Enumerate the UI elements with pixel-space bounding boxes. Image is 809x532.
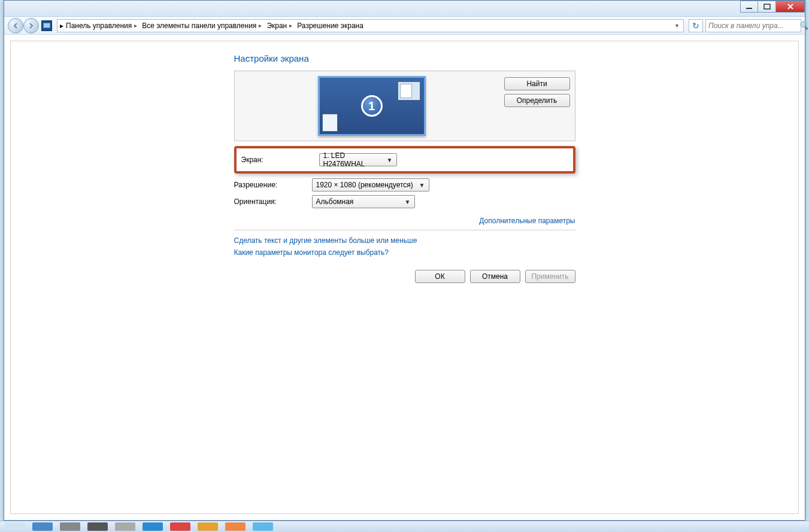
breadcrumb-label: Все элементы панели управления [142, 22, 256, 30]
taskbar-item[interactable] [198, 522, 218, 531]
screen-value: 1. LED H2476WHAL [323, 151, 387, 168]
taskbar-item[interactable] [253, 522, 273, 531]
taskbar-item[interactable] [32, 522, 53, 531]
screen-select[interactable]: 1. LED H2476WHAL ▼ [319, 153, 397, 166]
resolution-row: Разрешение: 1920 × 1080 (рекомендуется) … [234, 178, 575, 191]
svg-rect-1 [764, 4, 770, 9]
forward-button[interactable] [23, 18, 39, 34]
highlighted-region: Экран: 1. LED H2476WHAL ▼ [234, 146, 575, 174]
orientation-value: Альбомная [316, 197, 354, 206]
resolution-select[interactable]: 1920 × 1080 (рекомендуется) ▼ [312, 178, 429, 191]
breadcrumb-label: Панель управления [66, 22, 132, 30]
ok-button[interactable]: ОК [415, 270, 465, 283]
cancel-button[interactable]: Отмена [470, 270, 520, 283]
inner-frame: Настройки экрана 1 Найти Определить [10, 41, 799, 514]
find-button[interactable]: Найти [504, 77, 570, 90]
taskbar-item[interactable] [115, 522, 135, 531]
refresh-icon: ↻ [692, 21, 699, 31]
minimize-button[interactable] [740, 1, 758, 13]
refresh-button[interactable]: ↻ [689, 19, 703, 32]
orientation-row: Ориентация: Альбомная ▼ [234, 195, 575, 208]
titlebar [4, 1, 805, 17]
taskbar-item[interactable] [143, 522, 163, 531]
chevron-right-icon: ▸ [289, 22, 292, 29]
window-controls [740, 1, 805, 13]
window: ▸ Панель управления ▸ Все элементы панел… [4, 0, 805, 521]
identify-button[interactable]: Определить [504, 94, 570, 107]
breadcrumb-label: Экран [266, 22, 287, 30]
back-button[interactable] [8, 18, 23, 34]
resolution-value: 1920 × 1080 (рекомендуется) [316, 181, 413, 189]
taskbar[interactable] [0, 521, 809, 532]
taskbar-item[interactable] [170, 522, 190, 531]
search-input[interactable] [708, 22, 799, 30]
maximize-button[interactable] [758, 1, 776, 13]
screen-label: Экран: [241, 156, 319, 164]
nav-arrows [8, 18, 39, 34]
mini-window-icon [322, 114, 338, 132]
search-box[interactable]: 🔍 [705, 19, 801, 32]
taskbar-item[interactable] [87, 522, 108, 531]
mini-window-icon [398, 81, 420, 101]
monitor-number-badge: 1 [361, 95, 383, 117]
separator [234, 230, 575, 230]
dialog-buttons: ОК Отмена Применить [234, 270, 575, 283]
orientation-select[interactable]: Альбомная ▼ [312, 195, 415, 208]
chevron-down-icon: ▼ [419, 182, 425, 189]
screen-row: Экран: 1. LED H2476WHAL ▼ [241, 153, 568, 166]
breadcrumb-item[interactable]: Разрешение экрана [295, 22, 366, 30]
preview-buttons: Найти Определить [504, 75, 570, 137]
breadcrumb[interactable]: ▸ Панель управления ▸ Все элементы панел… [57, 19, 684, 32]
advanced-link-row: Дополнительные параметры [234, 217, 575, 225]
orientation-label: Ориентация: [234, 197, 312, 206]
navigation-bar: ▸ Панель управления ▸ Все элементы панел… [4, 17, 805, 35]
svg-rect-0 [746, 8, 752, 9]
chevron-right-icon: ▸ [134, 22, 137, 29]
which-settings-link[interactable]: Какие параметры монитора следует выбрать… [234, 248, 575, 257]
taskbar-item[interactable] [225, 522, 246, 531]
breadcrumb-item[interactable]: Экран ▸ [264, 22, 295, 30]
chevron-down-icon: ▼ [387, 157, 393, 163]
advanced-settings-link[interactable]: Дополнительные параметры [479, 217, 575, 225]
monitor-thumbnail[interactable]: 1 [318, 76, 426, 136]
breadcrumb-dropdown[interactable]: ▾ [673, 22, 681, 29]
breadcrumb-item[interactable]: Панель управления ▸ [63, 22, 140, 30]
chevron-right-icon: ▸ [259, 22, 262, 29]
page-title: Настройки экрана [234, 53, 575, 63]
close-button[interactable] [776, 1, 805, 13]
breadcrumb-label: Разрешение экрана [297, 22, 363, 30]
taskbar-item[interactable] [60, 522, 80, 531]
resolution-label: Разрешение: [234, 181, 312, 189]
help-links: Сделать текст и другие элементы больше и… [234, 236, 575, 257]
taskbar-item[interactable] [5, 522, 25, 531]
chevron-down-icon: ▼ [405, 199, 411, 205]
display-preview-panel: 1 Найти Определить [234, 71, 575, 141]
apply-button[interactable]: Применить [525, 270, 575, 283]
text-size-link[interactable]: Сделать текст и другие элементы больше и… [234, 236, 575, 245]
settings-block: Настройки экрана 1 Найти Определить [234, 53, 575, 257]
preview-left: 1 [240, 75, 504, 137]
search-icon: 🔍 [799, 21, 808, 30]
breadcrumb-item[interactable]: Все элементы панели управления ▸ [140, 22, 264, 30]
content-area: Настройки экрана 1 Найти Определить [4, 35, 805, 520]
control-panel-icon [41, 20, 52, 31]
